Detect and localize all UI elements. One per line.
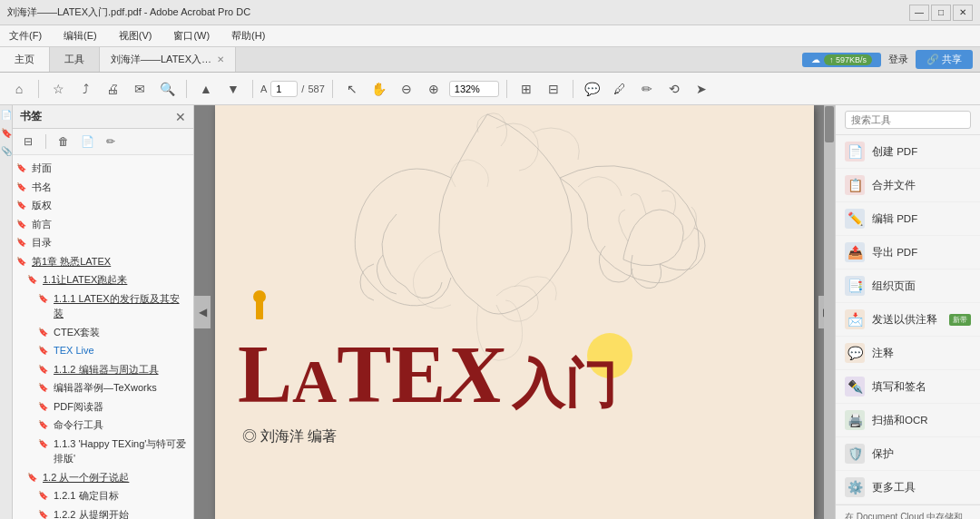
- toolbar-page-total: 587: [308, 83, 324, 94]
- bookmark-item[interactable]: 🔖封面: [13, 159, 193, 178]
- bookmark-icon: 🔖: [38, 438, 51, 451]
- tab-home[interactable]: 主页: [0, 47, 50, 72]
- toolbar-email-button[interactable]: ✉: [128, 77, 152, 101]
- share-button[interactable]: 🔗 共享: [916, 50, 973, 69]
- toolbar-prev-page-button[interactable]: ▲: [194, 77, 218, 101]
- toolbar-next-page-button[interactable]: ▼: [221, 77, 245, 101]
- bookmark-item[interactable]: 🔖第1章 熟悉LATEX: [13, 252, 193, 271]
- doc-cloud-footer: 在 Document Cloud 中存储和共享 了解…: [836, 504, 980, 519]
- icon-strip-attach[interactable]: 📎: [1, 145, 12, 156]
- bookmark-item[interactable]: 🔖前言: [13, 215, 193, 234]
- scroll-left-arrow[interactable]: ◀: [194, 296, 211, 328]
- tool-label: 合并文件: [872, 179, 916, 192]
- bookmark-item[interactable]: 🔖PDF阅读器: [13, 397, 193, 416]
- sidebar-edit-button[interactable]: ✏: [101, 132, 121, 152]
- tool-item-填写和签名[interactable]: ✒️填写和签名: [836, 370, 980, 404]
- tool-item-更多工具[interactable]: ⚙️更多工具: [836, 471, 980, 504]
- sidebar-new-button[interactable]: 📄: [77, 132, 97, 152]
- menu-file[interactable]: 文件(F): [5, 27, 45, 44]
- toolbar-fit-width-button[interactable]: ⊟: [542, 77, 565, 101]
- sidebar-title: 书签: [20, 109, 42, 124]
- search-tools-input[interactable]: [845, 111, 971, 129]
- toolbar-zoom-in-button[interactable]: ⊕: [422, 77, 446, 101]
- sidebar-close-button[interactable]: ✕: [175, 110, 186, 124]
- tool-item-编辑-PDF[interactable]: ✏️编辑 PDF: [836, 202, 980, 236]
- title-bar: 刘海洋——LATEX入门.pdf.pdf - Adobe Acrobat Pro…: [0, 0, 980, 25]
- bookmark-item[interactable]: 🔖目录: [13, 233, 193, 252]
- tool-item-组织页面[interactable]: 📑组织页面: [836, 269, 980, 303]
- toolbar-page-input[interactable]: [270, 81, 298, 97]
- bookmark-item[interactable]: 🔖1.2.1 确定目标: [13, 486, 193, 505]
- close-button[interactable]: ✕: [953, 5, 973, 21]
- tool-label: 导出 PDF: [872, 246, 917, 260]
- tab-tools[interactable]: 工具: [50, 47, 100, 72]
- bookmark-label: 版权: [32, 198, 52, 213]
- vertical-scrollbar[interactable]: [824, 105, 835, 519]
- icon-strip-bookmark[interactable]: 🔖: [1, 127, 12, 138]
- bookmark-item[interactable]: 🔖1.1.2 编辑器与周边工具: [13, 360, 193, 379]
- maximize-button[interactable]: □: [931, 5, 951, 21]
- author-line: ◎ 刘海洋 编著: [242, 427, 796, 446]
- menu-help[interactable]: 帮助(H): [228, 27, 269, 44]
- icon-strip-page[interactable]: 📄: [1, 109, 12, 120]
- toolbar-pan-button[interactable]: ✋: [368, 77, 391, 101]
- toolbar-fit-page-button[interactable]: ⊞: [514, 77, 538, 101]
- bookmark-item[interactable]: 🔖编辑器举例—TeXworks: [13, 378, 193, 397]
- menu-edit[interactable]: 编辑(E): [60, 27, 101, 44]
- tool-item-注释[interactable]: 💬注释: [836, 337, 980, 370]
- toolbar-erase-button[interactable]: ⟲: [662, 77, 686, 101]
- toolbar-draw-button[interactable]: ✏: [635, 77, 659, 101]
- minimize-button[interactable]: —: [909, 5, 929, 21]
- bookmark-item[interactable]: 🔖1.1.1 LATEX的发行版及其安装: [13, 289, 193, 323]
- tool-item-创建-PDF[interactable]: 📄创建 PDF: [836, 135, 980, 169]
- login-button[interactable]: 登录: [888, 53, 908, 66]
- toolbar-zoom-out-button[interactable]: ⊖: [395, 77, 418, 101]
- bookmark-label: 命令行工具: [54, 417, 103, 433]
- toolbar-print-button[interactable]: 🖨: [101, 77, 124, 101]
- tab-doc-label: 刘海洋——LATEX入…: [111, 53, 211, 66]
- toolbar-back-button[interactable]: ⌂: [7, 77, 31, 101]
- bookmark-item[interactable]: 🔖CTEX套装: [13, 323, 193, 342]
- toolbar-select-button[interactable]: ↖: [340, 77, 364, 101]
- bookmark-label: 1.2.1 确定目标: [54, 488, 119, 504]
- tool-label: 保护: [872, 447, 894, 461]
- tool-item-导出-PDF[interactable]: 📤导出 PDF: [836, 236, 980, 269]
- tool-item-发送以供注释[interactable]: 📩发送以供注释新带: [836, 303, 980, 337]
- menu-view[interactable]: 视图(V): [115, 27, 156, 44]
- tool-item-扫描和OCR[interactable]: 🖨️扫描和OCR: [836, 404, 980, 437]
- toolbar-sep-3: [252, 80, 253, 98]
- toolbar-highlight-button[interactable]: 🖊: [608, 77, 632, 101]
- toolbar-search-button[interactable]: 🔍: [155, 77, 179, 101]
- bookmark-item[interactable]: 🔖1.2 从一个例子说起: [13, 468, 193, 487]
- pdf-viewer[interactable]: ◀: [194, 105, 835, 519]
- cloud-button[interactable]: ☁ ↑ 597KB/s: [802, 53, 881, 67]
- bookmark-item[interactable]: 🔖TEX Live: [13, 341, 193, 360]
- tool-icon: ✒️: [845, 377, 865, 397]
- sidebar-trash-button[interactable]: 🗑: [54, 132, 74, 152]
- bookmark-item[interactable]: 🔖1.1让LATEX跑起来: [13, 270, 193, 289]
- bookmark-item[interactable]: 🔖1.2.2 从提纲开始: [13, 505, 193, 520]
- sidebar-toolbar: ⊟ 🗑 📄 ✏: [13, 129, 193, 155]
- bookmark-item[interactable]: 🔖书名: [13, 178, 193, 197]
- toolbar-comment-button[interactable]: 💬: [581, 77, 604, 101]
- tool-item-合并文件[interactable]: 📋合并文件: [836, 169, 980, 202]
- bookmark-item[interactable]: 🔖1.1.3 'Happy TEXing'与特可爱排版': [13, 435, 193, 468]
- bookmark-icon: 🔖: [38, 509, 51, 520]
- toolbar-star-button[interactable]: ☆: [46, 77, 70, 101]
- bookmark-icon: 🔖: [16, 200, 29, 212]
- tool-item-保护[interactable]: 🛡️保护: [836, 437, 980, 471]
- bookmark-item[interactable]: 🔖命令行工具: [13, 416, 193, 435]
- scroll-thumb[interactable]: [825, 106, 834, 142]
- sidebar-expand-button[interactable]: ⊟: [18, 132, 38, 152]
- sidebar-header: 书签 ✕: [13, 105, 193, 129]
- bookmark-item[interactable]: 🔖版权: [13, 196, 193, 215]
- toolbar-bookmark-button[interactable]: ⤴: [74, 77, 97, 101]
- bookmark-list: 🔖封面🔖书名🔖版权🔖前言🔖目录🔖第1章 熟悉LATEX🔖1.1让LATEX跑起来…: [13, 155, 193, 519]
- speed-badge: ↑ 597KB/s: [824, 54, 872, 65]
- tab-close-button[interactable]: ✕: [217, 54, 224, 64]
- bookmark-label: 1.1.1 LATEX的发行版及其安装: [54, 291, 188, 321]
- tab-document[interactable]: 刘海洋——LATEX入… ✕: [100, 47, 236, 72]
- toolbar-zoom-input[interactable]: [449, 81, 499, 97]
- toolbar-sign-button[interactable]: ➤: [690, 77, 713, 101]
- menu-window[interactable]: 窗口(W): [170, 27, 213, 44]
